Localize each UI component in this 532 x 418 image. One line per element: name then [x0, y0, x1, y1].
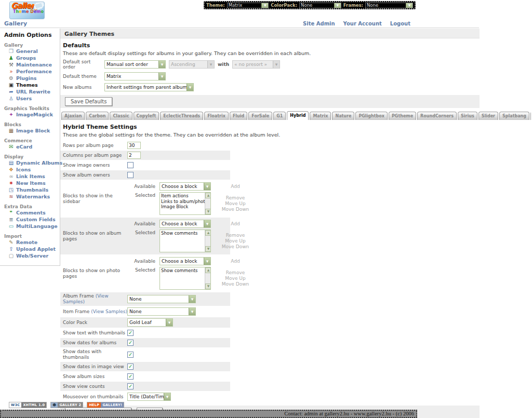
default-theme-select[interactable]: Matrix — [104, 72, 166, 80]
sidebar-item-label: Dynamic Albums — [16, 160, 62, 166]
list-item[interactable]: Image Block — [161, 204, 204, 210]
sidebar-item-link-items[interactable]: ∞Link Items — [4, 173, 60, 180]
sidebar-item-general[interactable]: ❐General — [4, 48, 60, 55]
sidebar-item-dynamic-albums[interactable]: ▤Dynamic Albums — [4, 159, 60, 166]
sidebar-item-icons[interactable]: ❖Icons — [4, 166, 60, 173]
show-image-owners-checkbox[interactable] — [127, 162, 134, 168]
show-dates-for-albums-checkbox[interactable] — [127, 340, 134, 346]
your-account-link[interactable]: Your Account — [343, 21, 382, 26]
move-down-link[interactable]: Move Down — [215, 207, 256, 212]
selected-blocks-list[interactable]: Show comments — [159, 230, 211, 252]
columns-per-album-page-input[interactable] — [127, 152, 141, 159]
selected-blocks-list[interactable]: Item actionsLinks to album/photo peersIm… — [159, 192, 211, 215]
sidebar-item-comments[interactable]: ❞Comments — [4, 209, 60, 216]
add-link[interactable]: Add — [215, 259, 256, 264]
sidebar-item-web-server[interactable]: ▢Web/Server — [4, 252, 60, 259]
sidebar-item-new-items[interactable]: ✷New Items — [4, 180, 60, 186]
sidebar-item-thumbnails[interactable]: ◳Thumbnails — [4, 186, 60, 193]
remove-link[interactable]: Remove — [215, 233, 256, 238]
frames-select[interactable]: None — [365, 3, 413, 8]
list-item[interactable]: Item actions — [161, 193, 204, 199]
mouseover-on-thumbnails-select[interactable]: Title (Date/Time) — [127, 393, 171, 401]
sidebar-item-themes[interactable]: ▣Themes — [4, 82, 60, 88]
move-down-link[interactable]: Move Down — [215, 244, 256, 250]
new-albums-select[interactable]: Inherit settings from parent album — [104, 83, 194, 91]
tab-sirius[interactable]: Sirius — [458, 112, 477, 120]
colorpack-select[interactable]: None — [299, 3, 341, 8]
show-album-sizes-checkbox[interactable] — [127, 373, 134, 380]
tab-ajaxian[interactable]: Ajaxian — [61, 112, 85, 120]
show-dates-in-image-view-checkbox[interactable] — [127, 363, 134, 370]
show-album-owners-checkbox[interactable] — [127, 172, 134, 178]
move-down-link[interactable]: Move Down — [215, 281, 256, 287]
sidebar-item-maintenance[interactable]: ⚒Maintenance — [4, 61, 60, 68]
add-link[interactable]: Add — [215, 184, 256, 190]
save-defaults-button[interactable]: Save Defaults — [65, 97, 112, 106]
remove-link[interactable]: Remove — [215, 195, 256, 201]
sidebar-item-upload-applet[interactable]: ⇪Upload Applet — [4, 246, 60, 252]
tab-carbon[interactable]: Carbon — [86, 112, 109, 120]
tab-slider[interactable]: Slider — [478, 112, 498, 120]
w3c-xhtml-badge[interactable]: W3CXHTML 1.0 — [9, 402, 47, 408]
tab-g1[interactable]: G1 — [273, 112, 286, 120]
sort-order-select[interactable]: Manual sort order — [104, 60, 166, 69]
show-text-with-thumbnails-checkbox[interactable] — [127, 330, 134, 336]
gallery-logo[interactable]: Gallery Theme Demo — [9, 2, 45, 19]
sidebar-item-plugins[interactable]: ⚙Plugins — [4, 75, 60, 82]
selected-blocks-list[interactable]: Show comments — [159, 267, 211, 290]
choose-block-select[interactable]: Choose a block — [159, 257, 211, 265]
tab-classic[interactable]: Classic — [110, 112, 132, 120]
sidebar-item-multilanguage[interactable]: ▭MultiLanguage — [4, 223, 60, 230]
sidebar-item-url-rewrite[interactable]: ➦URL Rewrite — [4, 88, 60, 95]
move-up-link[interactable]: Move Up — [215, 276, 256, 281]
item-frame-select[interactable]: None — [127, 307, 196, 316]
choose-block-select[interactable]: Choose a block — [159, 220, 211, 228]
show-dates-with-thumbnails-checkbox[interactable] — [127, 352, 134, 358]
sidebar-item-label: Users — [16, 96, 32, 101]
sidebar-item-users[interactable]: ♙Users — [4, 95, 60, 102]
scrollbar[interactable] — [205, 267, 210, 289]
tab-copyleft[interactable]: Copyleft — [134, 112, 159, 120]
choose-block-select[interactable]: Choose a block — [159, 182, 211, 191]
sidebar-item-performance[interactable]: »Performance — [4, 68, 60, 75]
rows-per-album-page-input[interactable] — [127, 142, 141, 149]
tab-floatrix[interactable]: Floatrix — [204, 112, 229, 120]
scrollbar[interactable] — [205, 193, 210, 214]
sidebar-item-ecard[interactable]: ✉eCard — [4, 143, 60, 150]
tab-tien[interactable]: Tien — [530, 112, 531, 120]
move-up-link[interactable]: Move Up — [215, 238, 256, 244]
site-admin-link[interactable]: Site Admin — [303, 21, 335, 26]
sidebar-item-groups[interactable]: ♟Groups — [4, 55, 60, 61]
tab-matrix[interactable]: Matrix — [310, 112, 331, 120]
help-gallery-badge[interactable]: HELPGALLERY! — [87, 402, 124, 408]
sidebar-item-custom-fields[interactable]: ≣Custom Fields — [4, 216, 60, 223]
move-up-link[interactable]: Move Up — [215, 201, 256, 207]
gallery2-badge[interactable]: ☻GALLERY 2 — [50, 402, 83, 408]
sidebar-item-image-block[interactable]: ▦Image Block — [4, 127, 60, 134]
tab-pgtheme[interactable]: PGtheme — [389, 112, 416, 120]
sidebar-item-watermarks[interactable]: ≋Watermarks — [4, 193, 60, 200]
remove-link[interactable]: Remove — [215, 270, 256, 276]
color-pack-select[interactable]: Gold Leaf — [127, 318, 173, 327]
tab-eclecticthreads[interactable]: EclecticThreads — [160, 112, 203, 120]
tab-forsale[interactable]: ForSale — [248, 112, 272, 120]
list-item[interactable]: Show comments — [161, 268, 204, 274]
tab-roundcorners[interactable]: RoundCorners — [417, 112, 457, 120]
sidebar-item-imagemagick[interactable]: ✦ImageMagick — [4, 111, 60, 118]
logout-link[interactable]: Logout — [390, 21, 410, 26]
list-item[interactable]: Show comments — [161, 231, 204, 236]
theme-select[interactable]: Matrix — [227, 3, 269, 8]
show-view-counts-checkbox[interactable] — [127, 383, 134, 389]
tab-hybrid[interactable]: Hybrid — [287, 111, 309, 120]
list-item[interactable]: Links to album/photo peers — [161, 199, 204, 205]
sidebar-item-remote[interactable]: ✎Remote — [4, 239, 60, 246]
tab-fluid[interactable]: Fluid — [230, 112, 247, 120]
scrollbar[interactable] — [205, 230, 210, 252]
tab-splatbang[interactable]: Splatbang — [499, 112, 529, 120]
breadcrumb[interactable]: Gallery — [4, 20, 27, 27]
album-frame-select[interactable]: None — [127, 295, 196, 303]
tab-nature[interactable]: Nature — [332, 112, 354, 120]
add-link[interactable]: Add — [215, 221, 256, 227]
tab-pglightbox[interactable]: PGlightbox — [355, 112, 388, 120]
view-samples-link[interactable]: (View Samples) — [91, 309, 127, 314]
